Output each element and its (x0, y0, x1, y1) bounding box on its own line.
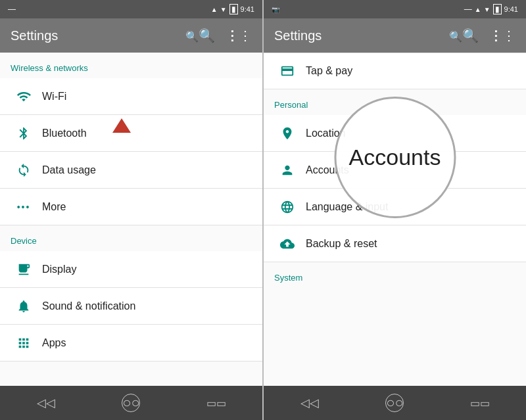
right-settings-content: Tap & pay Personal Location Accounts (264, 53, 526, 386)
left-search-icon[interactable]: 🔍 (185, 28, 215, 43)
right-minus-icon: — (464, 5, 472, 14)
bluetooth-label: Bluetooth (42, 128, 87, 139)
left-app-title: Settings (11, 28, 58, 43)
language-icon (274, 200, 300, 214)
status-bar-right: ▲ ▼ ▮ 9:41 (211, 4, 254, 14)
right-battery-icon: ▮ (493, 4, 502, 14)
sound-label: Sound & notification (42, 300, 135, 312)
tap-pay-icon (274, 64, 300, 78)
wifi-status-icon: ▼ (220, 6, 227, 13)
right-status-bar-left: 📷 (272, 6, 279, 13)
left-app-bar-actions: 🔍 ⋮ (185, 28, 252, 43)
accounts-icon (274, 163, 300, 177)
backup-item[interactable]: Backup & reset (264, 225, 526, 262)
right-nav-bar: ◁ ○ ▭ (264, 386, 526, 420)
apps-icon (11, 336, 37, 350)
status-bar-left-icons: — (8, 5, 16, 14)
right-time-display: 9:41 (504, 5, 518, 13)
sound-item[interactable]: Sound & notification (0, 288, 262, 325)
data-usage-item[interactable]: Data usage (0, 152, 262, 189)
right-back-button[interactable]: ◁ (293, 396, 326, 410)
accounts-item[interactable]: Accounts (264, 152, 526, 189)
data-usage-label: Data usage (42, 164, 96, 176)
battery-icon: ▮ (229, 4, 238, 14)
display-icon (11, 262, 37, 277)
more-item[interactable]: ••• More (0, 189, 262, 225)
time-display: 9:41 (241, 5, 254, 13)
backup-icon (274, 237, 300, 251)
apps-label: Apps (42, 337, 66, 349)
bluetooth-item[interactable]: Bluetooth (0, 115, 262, 152)
language-label: Language & input (306, 201, 388, 213)
system-section-header: System (264, 262, 526, 288)
left-status-bar: — ▲ ▼ ▮ 9:41 (0, 0, 262, 18)
sound-icon (11, 299, 37, 314)
left-nav-bar: ◁ ○ ▭ (0, 386, 262, 420)
tap-pay-item[interactable]: Tap & pay (264, 53, 526, 89)
left-back-button[interactable]: ◁ (30, 396, 62, 410)
right-search-icon[interactable]: 🔍 (449, 28, 479, 43)
signal-icon: ▲ (211, 6, 218, 13)
right-wifi-icon: ▼ (484, 6, 490, 13)
backup-label: Backup & reset (306, 238, 377, 250)
right-status-bar: 📷 — ▲ ▼ ▮ 9:41 (264, 0, 526, 18)
location-label: Location (306, 128, 346, 139)
right-status-bar-right: — ▲ ▼ ▮ 9:41 (464, 4, 518, 14)
left-settings-content: Wireless & networks Wi-Fi Bluetooth (0, 53, 262, 386)
wifi-item[interactable]: Wi-Fi (0, 78, 262, 115)
bluetooth-icon (11, 126, 37, 141)
right-app-bar: Settings 🔍 ⋮ (264, 18, 526, 53)
more-label: More (42, 201, 66, 213)
right-home-button[interactable]: ○ (385, 394, 404, 412)
left-home-button[interactable]: ○ (122, 394, 140, 412)
personal-section-header: Personal (264, 89, 526, 115)
right-more-icon[interactable]: ⋮ (489, 28, 515, 43)
display-label: Display (42, 264, 76, 275)
wireless-section-header: Wireless & networks (0, 53, 262, 78)
apps-item[interactable]: Apps (0, 325, 262, 362)
data-usage-icon (11, 163, 37, 177)
left-phone-panel: — ▲ ▼ ▮ 9:41 Settings 🔍 ⋮ Wireless & net… (0, 0, 263, 420)
location-item[interactable]: Location (264, 115, 526, 152)
language-item[interactable]: Language & input (264, 189, 526, 225)
right-app-title: Settings (274, 28, 322, 43)
left-more-icon[interactable]: ⋮ (226, 28, 252, 43)
display-item[interactable]: Display (0, 251, 262, 288)
right-recent-button[interactable]: ▭ (464, 397, 496, 409)
right-phone-panel: 📷 — ▲ ▼ ▮ 9:41 Settings 🔍 ⋮ Tap & pay (263, 0, 526, 420)
right-notif-icon: 📷 (272, 6, 279, 13)
wifi-label: Wi-Fi (42, 91, 66, 103)
accounts-label: Accounts (306, 164, 349, 176)
tap-pay-label: Tap & pay (306, 65, 352, 77)
location-icon (274, 126, 300, 141)
right-app-bar-actions: 🔍 ⋮ (449, 28, 515, 43)
left-app-bar: Settings 🔍 ⋮ (0, 18, 262, 53)
device-section-header: Device (0, 225, 262, 251)
right-signal-icon: ▲ (475, 6, 481, 13)
left-recent-button[interactable]: ▭ (200, 397, 233, 409)
more-wireless-icon: ••• (11, 202, 37, 212)
wifi-icon (11, 89, 37, 104)
minus-icon: — (8, 5, 16, 14)
